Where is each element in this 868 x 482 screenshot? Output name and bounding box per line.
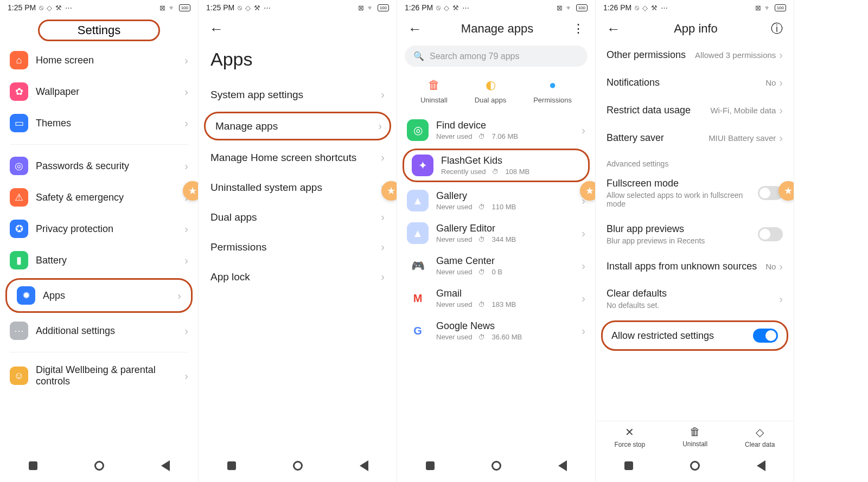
- row-notifications[interactable]: Notifications No ›: [596, 69, 794, 97]
- row-allow-restricted[interactable]: Allow restricted settings: [601, 320, 788, 351]
- app-row-gmail[interactable]: M Gmail Never used⏱183 MB ›: [397, 282, 595, 314]
- titlebar: ← Manage apps ⋮: [397, 15, 595, 41]
- back-button[interactable]: ←: [603, 20, 624, 38]
- settings-row-home-screen[interactable]: ⌂ Home screen ›: [0, 44, 198, 76]
- toggle-allow-restricted[interactable]: [753, 329, 778, 343]
- row-uninstalled-system-apps[interactable]: Uninstalled system apps›: [199, 172, 397, 202]
- wifi-icon: ᯤ: [566, 4, 573, 12]
- row-app-lock[interactable]: App lock›: [199, 262, 397, 292]
- row-other-permissions[interactable]: Other permissions Allowed 3 permissions …: [596, 41, 794, 69]
- safety-icon: ⚠: [10, 188, 28, 207]
- float-button[interactable]: ★: [183, 181, 199, 201]
- back-button[interactable]: ←: [206, 20, 227, 38]
- settings-row-wallpaper[interactable]: ✿ Wallpaper ›: [0, 76, 198, 107]
- chevron-right-icon: ›: [381, 151, 385, 164]
- battery-icon: 100: [576, 4, 588, 11]
- action-permissions[interactable]: ● Permissions: [533, 78, 572, 104]
- back-button[interactable]: ←: [405, 20, 425, 38]
- row-battery-saver[interactable]: Battery saver MIUI Battery saver ›: [596, 124, 794, 152]
- settings-row-battery[interactable]: ▮ Battery ›: [0, 245, 198, 276]
- row-install-unknown[interactable]: Install apps from unknown sources No ›: [596, 253, 794, 280]
- chevron-right-icon: ›: [184, 325, 188, 337]
- chevron-right-icon: ›: [378, 120, 382, 132]
- app-row-gallery-editor[interactable]: ▲ Gallery Editor Never used⏱344 MB ›: [397, 217, 595, 249]
- float-button[interactable]: ★: [381, 181, 397, 201]
- erase-icon: ◇: [756, 426, 764, 439]
- action-row: 🗑 Uninstall ◐ Dual apps ● Permissions: [397, 74, 595, 114]
- usb-icon: ⚒: [55, 4, 62, 12]
- nav-back[interactable]: [360, 460, 368, 471]
- nav-recent[interactable]: [426, 461, 435, 470]
- chevron-right-icon: ›: [184, 223, 188, 235]
- nav-back[interactable]: [757, 460, 765, 471]
- float-button[interactable]: ★: [778, 181, 794, 201]
- chevron-right-icon: ›: [381, 88, 385, 101]
- chevron-right-icon: ›: [779, 132, 783, 144]
- action-dual-apps[interactable]: ◐ Dual apps: [475, 78, 507, 104]
- menu-button[interactable]: ⋮: [569, 22, 588, 36]
- chevron-right-icon: ›: [779, 104, 783, 117]
- settings-row-additional[interactable]: ⋯ Additional settings ›: [0, 315, 198, 346]
- action-uninstall[interactable]: 🗑 Uninstall: [420, 78, 448, 104]
- page-title: App info: [624, 22, 768, 36]
- row-blur-previews[interactable]: Blur app previews Blur app previews in R…: [596, 216, 794, 253]
- usb-icon: ⚒: [452, 4, 459, 12]
- app-row-flashget-kids[interactable]: ✦ FlashGet Kids Recently used⏱108 MB: [403, 149, 590, 182]
- dnd-icon: ⦸: [436, 3, 441, 12]
- chevron-right-icon: ›: [381, 211, 385, 223]
- security-icon: ◎: [10, 157, 28, 175]
- chevron-right-icon: ›: [184, 370, 188, 382]
- action-clear-data[interactable]: ◇Clear data: [745, 426, 775, 448]
- settings-row-apps[interactable]: ✹ Apps ›: [5, 278, 193, 313]
- app-row-find-device[interactable]: ◎ Find device Never used⏱7.06 MB ›: [397, 114, 595, 146]
- chevron-right-icon: ›: [779, 49, 783, 61]
- app-row-google-news[interactable]: G Google News Never used⏱36.60 MB ›: [397, 314, 595, 347]
- settings-row-wellbeing[interactable]: ☺ Digital Wellbeing & parental controls …: [0, 358, 198, 394]
- usb-icon: ⚒: [254, 4, 260, 12]
- chevron-right-icon: ›: [582, 124, 585, 137]
- dnd-icon: ⦸: [39, 3, 43, 12]
- search-input[interactable]: 🔍 Search among 79 apps: [405, 46, 588, 67]
- more-icon: ⋯: [65, 4, 72, 12]
- search-icon: 🔍: [413, 51, 424, 61]
- nav-recent[interactable]: [624, 461, 633, 470]
- nav-back[interactable]: [558, 460, 567, 471]
- nav-home[interactable]: [690, 461, 700, 471]
- row-manage-home-shortcuts[interactable]: Manage Home screen shortcuts›: [199, 143, 397, 172]
- app-icon: ◎: [407, 119, 429, 141]
- settings-row-safety[interactable]: ⚠ Safety & emergency ›: [0, 182, 198, 213]
- nav-recent[interactable]: [29, 461, 37, 470]
- row-fullscreen-mode[interactable]: Fullscreen mode Allow selected apps to w…: [596, 170, 794, 216]
- nav-home[interactable]: [94, 461, 104, 471]
- divider: [10, 144, 188, 145]
- action-force-stop[interactable]: ✕Force stop: [614, 426, 645, 448]
- app-row-game-center[interactable]: 🎮 Game Center Never used⏱0 B ›: [397, 249, 595, 282]
- nav-home[interactable]: [293, 461, 303, 471]
- settings-row-privacy[interactable]: ✪ Privacy protection ›: [0, 213, 198, 245]
- row-system-app-settings[interactable]: System app settings›: [199, 80, 397, 110]
- row-permissions[interactable]: Permissions›: [199, 232, 397, 262]
- row-dual-apps[interactable]: Dual apps›: [199, 202, 397, 232]
- row-restrict-data[interactable]: Restrict data usage Wi-Fi, Mobile data ›: [596, 97, 794, 124]
- chevron-right-icon: ›: [381, 271, 385, 283]
- app-row-gallery[interactable]: ▲ Gallery Never used⏱110 MB ›: [397, 184, 595, 217]
- clock-icon: ⏱: [478, 333, 485, 341]
- nav-back[interactable]: [161, 460, 170, 471]
- toggle-blur[interactable]: [758, 227, 783, 241]
- settings-row-themes[interactable]: ▭ Themes ›: [0, 107, 198, 139]
- row-clear-defaults[interactable]: Clear defaults No defaults set. ›: [596, 280, 794, 317]
- nav-recent[interactable]: [227, 461, 236, 470]
- chevron-right-icon: ›: [779, 293, 783, 305]
- nav-bar: [0, 451, 198, 482]
- row-manage-apps[interactable]: Manage apps›: [204, 112, 391, 140]
- settings-row-passwords[interactable]: ◎ Passwords & security ›: [0, 150, 198, 182]
- float-button[interactable]: ★: [580, 181, 596, 201]
- clock-icon: ⏱: [478, 133, 485, 140]
- battery-icon: 100: [378, 4, 389, 11]
- chevron-right-icon: ›: [177, 290, 181, 302]
- nav-home[interactable]: [492, 461, 501, 471]
- action-uninstall[interactable]: 🗑Uninstall: [682, 426, 707, 448]
- page-title: Settings: [38, 20, 161, 41]
- info-button[interactable]: ⓘ: [768, 21, 786, 37]
- nav-bar: [397, 451, 595, 482]
